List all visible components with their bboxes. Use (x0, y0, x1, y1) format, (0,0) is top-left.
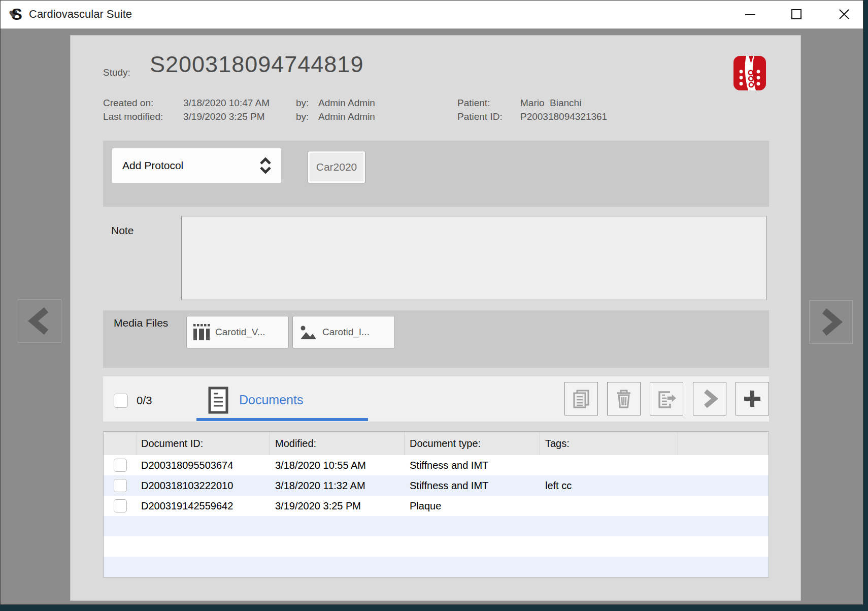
chevron-right-icon (818, 308, 844, 336)
study-id: S200318094744819 (150, 52, 363, 77)
document-icon (208, 387, 228, 414)
chevron-right-icon (701, 389, 718, 408)
add-protocol-label: Add Protocol (122, 159, 259, 172)
modified-by-label: by: (296, 111, 309, 122)
title-bar: ♥S Cardiovascular Suite (1, 1, 863, 29)
media-file-video[interactable]: Carotid_V... (186, 316, 289, 348)
header-modified: Modified: (270, 432, 405, 455)
media-files-section: Media Files Carotid_V... (103, 310, 769, 368)
delete-document-button[interactable] (607, 382, 641, 415)
close-button[interactable] (828, 4, 860, 25)
copy-documents-button[interactable] (564, 382, 598, 415)
cell-modified: 3/19/2020 3:25 PM (270, 500, 405, 512)
created-on-label: Created on: (103, 98, 153, 109)
photo-icon (299, 324, 317, 341)
chevron-left-icon (27, 307, 52, 335)
up-down-chevrons-icon (259, 157, 272, 174)
protocol-section: Add Protocol Car2020 (103, 141, 769, 207)
media-file-name: Carotid_V... (215, 327, 265, 338)
modified-by-value: Admin Admin (318, 111, 375, 122)
table-row-empty (104, 557, 769, 577)
app-window: ♥S Cardiovascular Suite Study: S20031809… (0, 0, 863, 605)
documents-header: 0/3 Documents (103, 376, 769, 422)
cell-modified: 3/18/2020 10:55 AM (270, 460, 405, 471)
export-document-icon (656, 389, 677, 409)
header-document-type: Document type: (405, 432, 540, 455)
modified-label: Last modified: (103, 111, 163, 122)
heart-s-logo-icon: ♥S (9, 6, 22, 22)
header-extra-column (678, 432, 767, 455)
modified-value: 3/19/2020 3:25 PM (183, 111, 265, 122)
maximize-button[interactable] (780, 4, 813, 25)
patient-label: Patient: (457, 98, 490, 109)
cell-document-type: Stiffness and IMT (405, 480, 540, 492)
study-label: Study: (103, 67, 130, 78)
media-file-name: Carotid_I... (322, 327, 370, 338)
copy-documents-icon (571, 389, 591, 409)
created-by-label: by: (296, 98, 309, 109)
patient-id-label: Patient ID: (457, 111, 503, 122)
carotid-artery-logo-icon (733, 56, 766, 90)
table-row[interactable]: D200318103222010 3/18/2020 11:32 AM Stif… (104, 475, 769, 496)
row-checkbox[interactable] (114, 459, 127, 472)
cell-document-id: D200318095503674 (137, 460, 270, 471)
table-row[interactable]: D200319142559642 3/19/2020 3:25 PM Plaqu… (104, 496, 769, 516)
selected-count: 0/3 (137, 394, 152, 407)
created-by-value: Admin Admin (318, 98, 375, 109)
select-all-checkbox[interactable] (114, 394, 128, 408)
table-row[interactable]: D200318095503674 3/18/2020 10:55 AM Stif… (104, 455, 769, 475)
tab-documents[interactable]: Documents (239, 393, 303, 407)
documents-table: Document ID: Modified: Document type: Ta… (103, 431, 769, 577)
patient-name: Mario Bianchi (520, 98, 581, 109)
cell-document-type: Plaque (405, 500, 540, 512)
table-row-empty (104, 536, 769, 557)
film-strip-icon (193, 324, 210, 341)
trash-icon (614, 389, 634, 409)
cell-modified: 3/18/2020 11:32 AM (270, 480, 405, 492)
row-checkbox[interactable] (114, 499, 127, 512)
patient-id-value: P200318094321361 (520, 111, 607, 122)
open-document-button[interactable] (693, 382, 726, 415)
cell-document-type: Stiffness and IMT (405, 460, 540, 471)
study-detail-panel: Study: S200318094744819 Created on: 3/18… (70, 35, 801, 601)
cell-tags: left cc (540, 480, 678, 492)
protocol-chip-car2020[interactable]: Car2020 (308, 151, 365, 183)
table-row-empty (104, 516, 769, 536)
row-checkbox[interactable] (114, 479, 127, 492)
export-document-button[interactable] (650, 382, 683, 415)
add-protocol-dropdown[interactable]: Add Protocol (112, 148, 281, 183)
cell-document-id: D200319142559642 (137, 500, 270, 512)
previous-study-button[interactable] (18, 299, 61, 343)
created-on-value: 3/18/2020 10:47 AM (183, 98, 270, 109)
add-icon (743, 389, 762, 408)
next-study-button[interactable] (809, 300, 853, 344)
media-file-image[interactable]: Carotid_I... (292, 316, 395, 348)
add-document-button[interactable] (736, 382, 769, 415)
tab-active-underline (196, 418, 368, 421)
minimize-button[interactable] (734, 4, 766, 25)
note-input[interactable] (181, 216, 767, 300)
table-header-row: Document ID: Modified: Document type: Ta… (104, 432, 769, 455)
cell-document-id: D200318103222010 (137, 480, 270, 492)
window-title: Cardiovascular Suite (29, 8, 132, 21)
media-files-label: Media Files (114, 317, 168, 329)
note-label: Note (111, 224, 133, 237)
header-tags: Tags: (540, 432, 678, 455)
header-checkbox-column (104, 432, 137, 455)
header-document-id: Document ID: (137, 432, 270, 455)
